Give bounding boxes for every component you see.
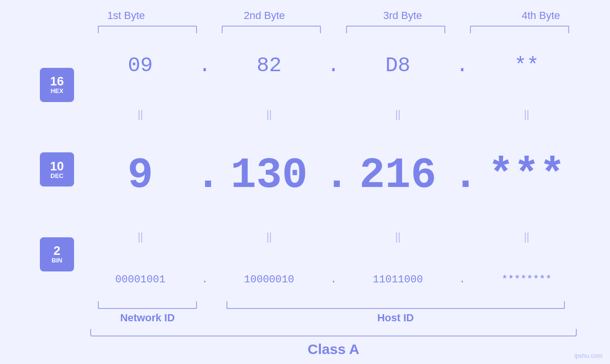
bin-byte2: 10000010 xyxy=(214,274,324,286)
bin-byte4: ******** xyxy=(472,274,582,286)
network-id-label: Network ID xyxy=(85,312,209,324)
byte-header-2: 2nd Byte xyxy=(195,9,333,26)
eq1-b2: || xyxy=(214,108,324,121)
big-bracket xyxy=(90,329,576,336)
class-label: Class A xyxy=(85,339,582,359)
eq2-b4: || xyxy=(472,231,582,243)
top-bracket-4 xyxy=(470,26,569,33)
id-labels-row: Network ID Host ID xyxy=(85,312,582,324)
hex-dot3: . xyxy=(453,54,472,77)
hex-dot2: . xyxy=(324,54,343,77)
top-bracket-3 xyxy=(346,26,445,33)
byte-header-1: 1st Byte xyxy=(57,9,195,26)
network-bracket-wrap xyxy=(85,301,209,309)
hex-badge-label: HEX xyxy=(51,87,64,95)
bottom-section: Network ID Host ID Class A xyxy=(85,301,582,359)
bin-badge-label: BIN xyxy=(52,257,62,264)
eq1-b4: || xyxy=(472,108,582,121)
bin-dot2: . xyxy=(324,274,343,286)
eq2-b2: || xyxy=(214,231,324,243)
equals-row-2: || || || || xyxy=(85,231,582,243)
equals-row-1: || || || || xyxy=(85,108,582,121)
hex-badge: 16 HEX xyxy=(40,68,74,102)
hex-byte3: D8 xyxy=(343,54,453,77)
byte-header-4: 4th Byte xyxy=(472,9,610,26)
bin-badge-number: 2 xyxy=(54,244,60,257)
host-id-label: Host ID xyxy=(209,312,582,324)
bin-data-row: 00001001 . 10000010 . 11011000 . *******… xyxy=(85,274,582,286)
dec-dot1: . xyxy=(195,151,214,200)
top-bracket-1 xyxy=(98,26,197,33)
eq1-b1: || xyxy=(85,108,195,121)
bottom-brackets-row xyxy=(85,301,582,309)
network-bracket xyxy=(98,301,197,309)
bracket-cell-4 xyxy=(458,26,582,33)
eq2-b3: || xyxy=(343,231,453,243)
bin-badge: 2 BIN xyxy=(40,237,74,271)
bin-byte3: 11011000 xyxy=(343,274,453,286)
hex-byte2: 82 xyxy=(214,54,324,77)
host-bracket-wrap xyxy=(209,301,582,309)
byte-header-3: 3rd Byte xyxy=(334,9,472,26)
big-bracket-row xyxy=(85,329,582,336)
bin-dot1: . xyxy=(195,274,214,286)
main-container: 1st Byte 2nd Byte 3rd Byte 4th Byte 16 H… xyxy=(0,0,610,364)
hex-data-row: 09 . 82 . D8 . ** xyxy=(85,54,582,77)
watermark: ipshu.com xyxy=(574,352,602,359)
dec-byte4: *** xyxy=(472,151,582,200)
dec-badge-label: DEC xyxy=(50,172,63,180)
dec-badge: 10 DEC xyxy=(40,152,74,187)
eq1-b3: || xyxy=(343,108,453,121)
main-data-area: 16 HEX 10 DEC 2 BIN 09 . 82 . D8 . ** xyxy=(28,38,582,301)
dec-byte2: 130 xyxy=(214,151,324,200)
hex-dot1: . xyxy=(195,54,214,77)
bracket-cell-1 xyxy=(85,26,209,33)
badges-column: 16 HEX 10 DEC 2 BIN xyxy=(28,38,85,301)
bin-dot3: . xyxy=(453,274,472,286)
bracket-cell-2 xyxy=(209,26,333,33)
dec-badge-number: 10 xyxy=(50,160,64,172)
dec-data-row: 9 . 130 . 216 . *** xyxy=(85,151,582,200)
dec-dot3: . xyxy=(453,151,472,200)
dec-dot2: . xyxy=(324,151,343,200)
top-bracket-2 xyxy=(222,26,321,33)
hex-badge-number: 16 xyxy=(50,75,64,87)
data-grid: 09 . 82 . D8 . ** || || || || 9 . xyxy=(85,38,582,301)
dec-byte3: 216 xyxy=(343,151,453,200)
bracket-cell-3 xyxy=(334,26,458,33)
bin-byte1: 00001001 xyxy=(85,274,195,286)
eq2-b1: || xyxy=(85,231,195,243)
hex-byte1: 09 xyxy=(85,54,195,77)
hex-byte4: ** xyxy=(472,54,582,77)
dec-byte1: 9 xyxy=(85,151,195,200)
top-brackets-row xyxy=(85,26,582,33)
byte-headers-row: 1st Byte 2nd Byte 3rd Byte 4th Byte xyxy=(57,9,610,26)
host-bracket xyxy=(226,301,565,309)
